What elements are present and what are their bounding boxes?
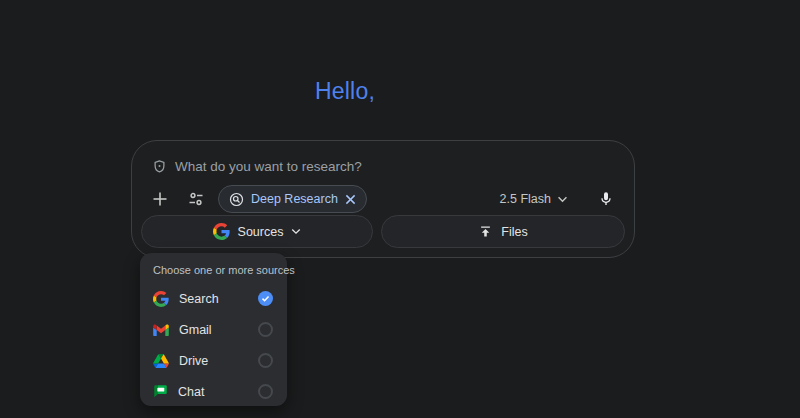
gemini-deep-research-screen: Hello, What do you want to research? bbox=[0, 0, 800, 418]
radio-unchecked-icon[interactable] bbox=[258, 384, 273, 399]
composer-actions: Sources Files bbox=[141, 215, 625, 248]
sources-menu: Choose one or more sources Search bbox=[140, 253, 287, 406]
google-chat-icon bbox=[153, 384, 168, 399]
model-selector[interactable]: 2.5 Flash bbox=[494, 188, 574, 210]
deep-research-icon bbox=[229, 192, 244, 207]
add-button[interactable] bbox=[146, 185, 174, 213]
menu-item-label: Gmail bbox=[179, 323, 248, 337]
gmail-icon bbox=[153, 324, 169, 336]
files-button[interactable]: Files bbox=[381, 215, 625, 248]
menu-item-gmail[interactable]: Gmail bbox=[140, 314, 287, 345]
close-icon[interactable] bbox=[345, 194, 356, 205]
chevron-down-icon bbox=[291, 228, 301, 235]
sources-button[interactable]: Sources bbox=[141, 215, 373, 248]
menu-item-label: Search bbox=[179, 292, 248, 306]
google-drive-icon bbox=[153, 354, 169, 368]
composer-toolbar: Deep Research 2.5 Flash bbox=[146, 185, 620, 213]
files-button-label: Files bbox=[501, 225, 527, 239]
menu-item-label: Drive bbox=[179, 354, 248, 368]
tools-button[interactable] bbox=[182, 185, 210, 213]
chevron-down-icon bbox=[557, 196, 568, 203]
radio-unchecked-icon[interactable] bbox=[258, 322, 273, 337]
upload-icon bbox=[478, 224, 493, 239]
check-circle-icon[interactable] bbox=[258, 291, 273, 306]
prompt-input[interactable]: What do you want to research? bbox=[152, 156, 614, 176]
plus-icon bbox=[152, 191, 168, 207]
menu-item-search[interactable]: Search bbox=[140, 283, 287, 314]
sources-menu-header: Choose one or more sources bbox=[140, 262, 287, 283]
greeting-text: Hello, bbox=[0, 78, 690, 105]
menu-item-drive[interactable]: Drive bbox=[140, 345, 287, 376]
tune-sliders-icon bbox=[188, 191, 204, 207]
microphone-icon bbox=[598, 191, 614, 207]
sources-button-label: Sources bbox=[238, 225, 284, 239]
menu-item-label: Chat bbox=[178, 385, 248, 399]
menu-item-chat[interactable]: Chat bbox=[140, 376, 287, 407]
model-selector-value: 2.5 Flash bbox=[500, 192, 551, 206]
mic-button[interactable] bbox=[592, 185, 620, 213]
google-g-icon bbox=[153, 291, 169, 307]
google-g-icon bbox=[213, 223, 230, 240]
radio-unchecked-icon[interactable] bbox=[258, 353, 273, 368]
deep-research-chip[interactable]: Deep Research bbox=[218, 185, 367, 213]
shield-research-icon bbox=[152, 159, 167, 174]
prompt-placeholder: What do you want to research? bbox=[175, 159, 362, 174]
prompt-composer[interactable]: What do you want to research? bbox=[131, 140, 635, 258]
deep-research-chip-label: Deep Research bbox=[251, 192, 338, 206]
